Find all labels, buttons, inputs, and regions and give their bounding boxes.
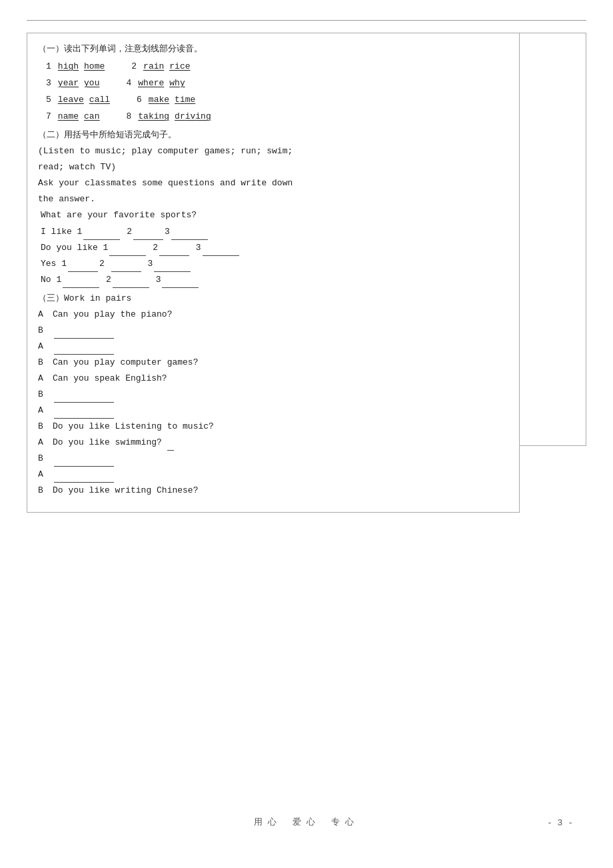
word-home: home — [84, 59, 105, 75]
dialog-blank-4 — [53, 403, 508, 419]
word-rain: rain — [143, 59, 164, 75]
word-year: year — [58, 75, 79, 91]
section1-title: （一）读出下列单词，注意划线部分读音。 — [38, 41, 508, 57]
fill-line-1: I like 1 23 — [41, 224, 508, 240]
dialog-text-12: Do you like writing Chinese? — [53, 483, 508, 499]
num-3: 3 — [46, 75, 51, 91]
word-name: name — [58, 109, 79, 125]
section2-instruction2: the answer. — [38, 191, 508, 207]
speaker-A6: A — [38, 467, 53, 483]
dialog-blank-6 — [53, 467, 508, 483]
dialog-row-8: B Do you like Listening to music? — [38, 419, 508, 435]
page-container: （一）读出下列单词，注意划线部分读音。 1 high home 2 rain r… — [0, 0, 613, 868]
word-pair-7: 7 name can — [46, 109, 99, 125]
main-content-box: （一）读出下列单词，注意划线部分读音。 1 high home 2 rain r… — [27, 33, 520, 513]
blank-4c[interactable] — [162, 287, 199, 288]
word-row-1: 1 high home 2 rain rice — [46, 59, 508, 75]
dialog-row-10: B — [38, 451, 508, 467]
word-rice: rice — [169, 59, 190, 75]
dialog-row-5: A Can you speak English? — [38, 371, 508, 387]
section2-hint2: read; watch TV) — [38, 159, 508, 175]
section3-title: （三）Work in pairs — [38, 291, 508, 307]
fill-line-3: Yes 12 3 — [41, 256, 508, 272]
dialog-row-3: A — [38, 339, 508, 355]
dialog-blank-5 — [53, 451, 508, 467]
speaker-A3: A — [38, 371, 53, 387]
num-4: 4 — [126, 75, 131, 91]
section2-question: What are your favorite sports? — [41, 207, 508, 223]
speaker-A4: A — [38, 403, 53, 419]
num-1: 1 — [46, 59, 51, 75]
word-pair-1: 1 high home — [46, 59, 105, 75]
dialog-row-4: B Can you play computer games? — [38, 355, 508, 371]
word-make: make — [149, 92, 169, 108]
speaker-B4: B — [38, 419, 53, 435]
blank-4a[interactable] — [63, 287, 99, 288]
word-can: can — [84, 109, 99, 125]
dialog-row-1: A Can you play the piano? — [38, 307, 508, 323]
word-pair-6: 6 make time — [137, 92, 195, 108]
speaker-B6: B — [38, 483, 53, 499]
word-why: why — [169, 75, 185, 91]
speaker-B5: B — [38, 451, 53, 467]
word-time: time — [175, 92, 195, 108]
num-5: 5 — [46, 92, 51, 108]
word-leave: leave — [58, 92, 84, 108]
speaker-A1: A — [38, 307, 53, 323]
word-taking: taking — [138, 109, 169, 125]
dialog-text-5: Can you speak English? — [53, 371, 508, 387]
word-driving: driving — [175, 109, 211, 125]
dialog-row-9: A Do you like swimming? — [38, 435, 508, 451]
word-high: high — [58, 59, 79, 75]
footer-text: 用心 爱心 专心 — [0, 816, 613, 828]
dialog-row-7: A — [38, 403, 508, 419]
word-row-4: 7 name can 8 taking driving — [46, 109, 508, 125]
dialog-text-8: Do you like Listening to music? — [53, 419, 508, 435]
dialog-row-12: B Do you like writing Chinese? — [38, 483, 508, 499]
fill-line-4: No 1 2 3 — [41, 272, 508, 288]
dialog-text-4: Can you play computer games? — [53, 355, 508, 371]
section2-title: （二）用括号中所给短语完成句子。 — [38, 127, 508, 143]
blank-4b[interactable] — [113, 287, 149, 288]
num-6: 6 — [137, 92, 142, 108]
dialog-row-6: B — [38, 387, 508, 403]
dialog-blank-2 — [53, 339, 508, 355]
word-pair-5: 5 leave call — [46, 92, 110, 108]
word-where: where — [138, 75, 164, 91]
dialog-text-9: Do you like swimming? — [53, 435, 508, 451]
blank-2c[interactable] — [203, 255, 239, 256]
page-number: - 3 - — [547, 818, 573, 828]
word-pair-2: 2 rain rice — [131, 59, 190, 75]
word-pair-8: 8 taking driving — [126, 109, 211, 125]
dialog-row-11: A — [38, 467, 508, 483]
num-2: 2 — [131, 59, 137, 75]
dialog-row-2: B — [38, 323, 508, 339]
top-divider — [27, 20, 586, 21]
word-row-2: 3 year you 4 where why — [46, 75, 508, 91]
word-call: call — [89, 92, 110, 108]
num-8: 8 — [126, 109, 131, 125]
dialog-blank-1 — [53, 323, 508, 339]
speaker-A2: A — [38, 339, 53, 355]
section2-instruction: Ask your classmates some questions and w… — [38, 175, 508, 191]
speaker-B2: B — [38, 355, 53, 371]
content-area: （一）读出下列单词，注意划线部分读音。 1 high home 2 rain r… — [27, 33, 586, 513]
speaker-A5: A — [38, 435, 53, 451]
dialog-blank-3 — [53, 387, 508, 403]
speaker-B3: B — [38, 387, 53, 403]
word-you: you — [84, 75, 99, 91]
fill-line-2: Do you like 1 2 3 — [41, 240, 508, 256]
speaker-B1: B — [38, 323, 53, 339]
section2-hint: (Listen to music; play computer games; r… — [38, 143, 508, 159]
word-row-3: 5 leave call 6 make time — [46, 92, 508, 108]
word-pair-3: 3 year you — [46, 75, 99, 91]
side-box — [520, 33, 586, 446]
num-7: 7 — [46, 109, 51, 125]
dialog-text-1: Can you play the piano? — [53, 307, 508, 323]
word-pair-4: 4 where why — [126, 75, 185, 91]
